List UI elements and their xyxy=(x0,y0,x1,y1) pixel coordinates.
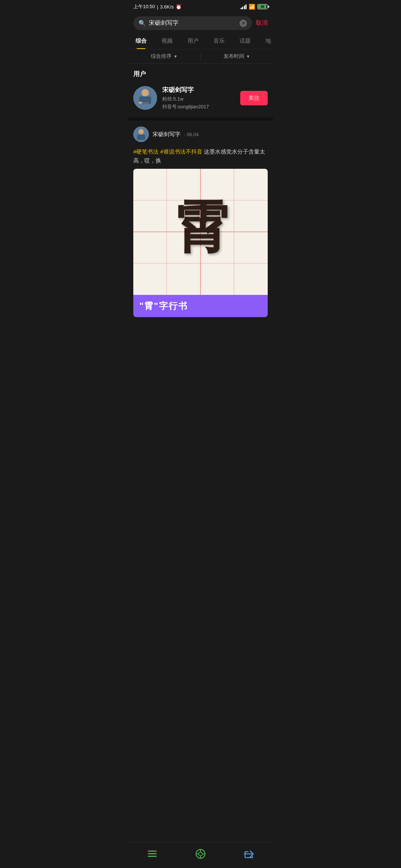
post-meta: 宋砺剑写字 · 06.04 xyxy=(153,131,199,138)
alarm-icon: ⏰ xyxy=(176,4,182,10)
filter-row: 综合排序 ▼ 发布时间 ▼ xyxy=(128,49,273,64)
battery-icon: 98 xyxy=(257,4,268,9)
sort-filter-button[interactable]: 综合排序 ▼ xyxy=(128,53,200,60)
status-icons: 📶 98 xyxy=(241,4,268,10)
video-title: "霄"字行书 xyxy=(139,300,188,312)
tab-用户[interactable]: 用户 xyxy=(180,33,206,49)
svg-rect-4 xyxy=(141,102,149,103)
search-bar: 🔍 宋砺剑写字 ✕ 取消 xyxy=(128,13,273,33)
video-overlay: "霄"字行书 xyxy=(133,295,268,317)
tabs-container: 综合 视频 用户 音乐 话题 地 xyxy=(128,33,273,49)
video-thumbnail[interactable]: 霄 "霄"字行书 xyxy=(133,169,268,317)
post-author-name[interactable]: 宋砺剑写字 xyxy=(153,131,180,137)
cancel-button[interactable]: 取消 xyxy=(256,19,268,27)
hashtag-1[interactable]: #硬笔书法 xyxy=(133,148,159,155)
search-input[interactable]: 宋砺剑写字 xyxy=(149,19,237,27)
separator: | xyxy=(157,4,158,10)
user-section-title: 用户 xyxy=(128,64,273,82)
post-header: 宋砺剑写字 · 06.04 xyxy=(128,122,273,145)
search-input-wrap[interactable]: 🔍 宋砺剑写字 ✕ xyxy=(133,16,252,30)
avatar-image xyxy=(133,86,157,110)
clear-button[interactable]: ✕ xyxy=(239,20,247,27)
hashtag-2[interactable]: #谁说书法不抖音 xyxy=(160,148,202,155)
post-author-avatar[interactable] xyxy=(133,126,149,142)
status-bar: 上午10:50 | 3.6K/s ⏰ 📶 98 xyxy=(128,0,273,13)
time-filter-button[interactable]: 发布时间 ▼ xyxy=(201,53,273,60)
tab-话题[interactable]: 话题 xyxy=(232,33,258,49)
signal-icon xyxy=(241,4,247,9)
post-content: #硬笔书法 #谁说书法不抖音 这墨水感觉水分子含量太高，哎，换 xyxy=(128,145,273,169)
time: 上午10:50 xyxy=(133,3,155,10)
search-icon: 🔍 xyxy=(138,20,146,27)
post-date: · 06.04 xyxy=(184,132,199,137)
user-name: 宋砺剑写字 xyxy=(162,86,235,94)
calligraphy-char: 霄 xyxy=(173,191,228,266)
tab-综合[interactable]: 综合 xyxy=(128,33,154,49)
time-label: 发布时间 xyxy=(224,53,244,60)
svg-point-6 xyxy=(138,129,144,134)
user-info: 宋砺剑写字 粉丝:5.1w 抖音号:songlijian2017 xyxy=(162,86,235,110)
sort-label: 综合排序 xyxy=(151,53,172,60)
section-divider xyxy=(128,118,273,121)
network-speed: 3.6K/s xyxy=(160,4,174,10)
user-card: 宋砺剑写字 粉丝:5.1w 抖音号:songlijian2017 关注 xyxy=(128,82,273,116)
svg-point-1 xyxy=(141,89,149,96)
video-image: 霄 xyxy=(133,169,268,295)
status-time-speed: 上午10:50 | 3.6K/s ⏰ xyxy=(133,3,182,10)
user-id: 抖音号:songlijian2017 xyxy=(162,103,235,110)
user-fans: 粉丝:5.1w xyxy=(162,96,235,102)
svg-rect-7 xyxy=(137,135,145,140)
sort-chevron-icon: ▼ xyxy=(173,54,177,59)
tab-视频[interactable]: 视频 xyxy=(154,33,180,49)
wifi-icon: 📶 xyxy=(249,4,255,10)
time-chevron-icon: ▼ xyxy=(246,54,250,59)
tab-音乐[interactable]: 音乐 xyxy=(206,33,232,49)
tab-地[interactable]: 地 xyxy=(258,33,273,49)
follow-button[interactable]: 关注 xyxy=(240,91,268,105)
user-avatar xyxy=(133,86,157,110)
